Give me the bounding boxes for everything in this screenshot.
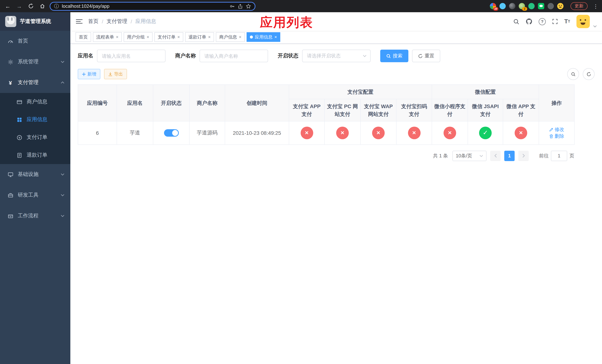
sidebar-item-home[interactable]: 首页 <box>0 31 70 52</box>
avatar-caret-icon[interactable] <box>593 25 597 28</box>
close-icon[interactable]: × <box>116 35 118 39</box>
col-actions: 操作 <box>539 85 574 121</box>
merchant-name-input[interactable] <box>200 50 268 62</box>
sidebar-toggle-icon[interactable] <box>70 12 88 31</box>
cell-actions: 修改 删除 <box>539 121 574 145</box>
tab-user-group[interactable]: 用户分组× <box>124 32 152 42</box>
tab-process-form[interactable]: 流程表单× <box>93 32 122 42</box>
pagination-total: 共 1 条 <box>433 152 448 159</box>
delete-button[interactable]: 删除 <box>549 133 564 139</box>
extension-icon-3[interactable] <box>509 3 515 9</box>
extension-icon-6[interactable] <box>538 3 544 9</box>
refresh-icon <box>586 72 591 76</box>
search-icon[interactable] <box>513 18 519 25</box>
export-button[interactable]: 导出 <box>104 69 127 79</box>
next-page-button[interactable] <box>518 151 529 161</box>
close-icon[interactable]: × <box>239 35 241 39</box>
navbar-actions: ? TT <box>513 15 602 28</box>
extension-icon-1[interactable]: 10 <box>490 3 496 9</box>
toolbox-icon <box>7 192 13 198</box>
browser-back-icon[interactable]: ← <box>4 2 12 10</box>
chevron-down-icon <box>61 173 64 175</box>
browser-menu-icon[interactable]: ⋮ <box>593 3 598 9</box>
tab-merchant-info[interactable]: 商户信息× <box>216 32 245 42</box>
status-toggle[interactable] <box>164 129 179 137</box>
chevron-up-icon <box>61 81 64 84</box>
screen: ← → ⓘ localhost:1024/pay/app 10 1 <box>0 0 602 364</box>
status-label: 开启状态 <box>278 53 298 59</box>
browser-home-icon[interactable] <box>38 2 46 10</box>
user-avatar[interactable] <box>576 15 590 28</box>
bookmark-star-icon[interactable] <box>246 3 251 9</box>
chevron-down-icon <box>479 155 483 157</box>
sidebar-item-workflow[interactable]: 工作流程 <box>0 205 70 226</box>
url-text: localhost:1024/pay/app <box>62 3 109 9</box>
extension-icon-2[interactable] <box>499 3 506 9</box>
tags-view-bar: 首页 流程表单× 用户分组× 支付订单× 退款订单× 商户信息× 应用信息× <box>70 31 602 44</box>
browser-forward-icon[interactable]: → <box>15 2 23 10</box>
wechat-jsapi-status-icon: ✓ <box>479 127 492 139</box>
page-title-annotation: 应用列表 <box>260 14 313 31</box>
main-area: 首页 / 支付管理 / 应用信息 应用列表 ? TT <box>70 12 602 364</box>
status-select[interactable]: 请选择开启状态 <box>302 50 371 62</box>
refresh-table-button[interactable] <box>583 68 595 80</box>
help-icon[interactable]: ? <box>539 18 546 25</box>
payment-submenu: 商户信息 应用信息 支付订单 <box>0 93 70 164</box>
download-icon <box>108 72 113 76</box>
breadcrumb-home[interactable]: 首页 <box>88 18 98 25</box>
chrome-update-button[interactable]: 更新 <box>570 2 588 10</box>
col-alipay-pc: 支付宝 PC 网站支付 <box>324 99 360 121</box>
breadcrumb: 首页 / 支付管理 / 应用信息 <box>88 18 156 25</box>
tab-home[interactable]: 首页 <box>75 32 91 42</box>
page-size-select[interactable]: 10条/页 <box>452 151 486 161</box>
font-size-icon[interactable]: TT <box>564 19 570 24</box>
pagination-goto: 前往 页 <box>539 151 574 161</box>
extension-icon-5[interactable] <box>528 3 535 9</box>
prev-page-button[interactable] <box>490 151 501 161</box>
sidebar-item-pay-orders[interactable]: 支付订单 <box>0 128 70 146</box>
sidebar-item-system[interactable]: 系统管理 <box>0 52 70 72</box>
sidebar-item-infrastructure[interactable]: 基础设施 <box>0 164 70 185</box>
extension-icon-7[interactable] <box>548 3 554 9</box>
close-icon[interactable]: × <box>147 35 149 39</box>
sidebar-item-app-info[interactable]: 应用信息 <box>0 111 70 128</box>
cell-merchant: 芋道源码 <box>189 121 225 145</box>
close-icon[interactable]: × <box>274 35 277 39</box>
site-info-icon[interactable]: ⓘ <box>54 3 59 10</box>
app-logo-row[interactable]: 芋道管理系统 <box>0 12 70 31</box>
col-created: 创建时间 <box>225 85 289 121</box>
table-row: 6 芋道 芋道源码 2021-10-23 08:49:25 × × × × × … <box>78 121 574 145</box>
close-icon[interactable]: × <box>208 35 211 39</box>
toggle-search-button[interactable] <box>567 68 579 80</box>
browser-extensions: 10 1 <box>490 3 563 9</box>
share-icon[interactable] <box>238 3 243 9</box>
wechat-app-status-icon: × <box>515 127 527 139</box>
edit-icon <box>549 127 553 132</box>
password-key-icon[interactable] <box>230 3 235 9</box>
page-number-1[interactable]: 1 <box>504 151 515 161</box>
sidebar-item-dev-tools[interactable]: 研发工具 <box>0 185 70 205</box>
browser-reload-icon[interactable] <box>27 2 35 10</box>
merchant-name-label: 商户名称 <box>175 53 196 59</box>
edit-button[interactable]: 修改 <box>549 126 564 133</box>
col-app-name: 应用名 <box>117 85 153 121</box>
extension-icon-8[interactable] <box>557 3 563 9</box>
table-mini-actions <box>567 68 595 80</box>
sidebar-item-payment[interactable]: ¥ 支付管理 <box>0 72 70 93</box>
reset-button[interactable]: 重置 <box>412 50 440 62</box>
search-button[interactable]: 搜索 <box>380 50 408 62</box>
breadcrumb-current: 应用信息 <box>136 18 156 25</box>
goto-page-input[interactable] <box>551 151 567 161</box>
tab-pay-orders[interactable]: 支付订单× <box>154 32 183 42</box>
fullscreen-icon[interactable] <box>552 19 558 24</box>
sidebar-item-refund-orders[interactable]: 退款订单 <box>0 146 70 164</box>
github-icon[interactable] <box>526 18 532 25</box>
app-name-input[interactable] <box>97 50 165 62</box>
tab-refund-orders[interactable]: 退款订单× <box>185 32 214 42</box>
sidebar-item-merchant-info[interactable]: 商户信息 <box>0 93 70 111</box>
extension-icon-4[interactable]: 1 <box>519 3 525 9</box>
add-button[interactable]: 新增 <box>78 69 100 79</box>
tab-app-info[interactable]: 应用信息× <box>247 32 280 42</box>
close-icon[interactable]: × <box>177 35 180 39</box>
address-bar[interactable]: ⓘ localhost:1024/pay/app <box>50 2 256 11</box>
